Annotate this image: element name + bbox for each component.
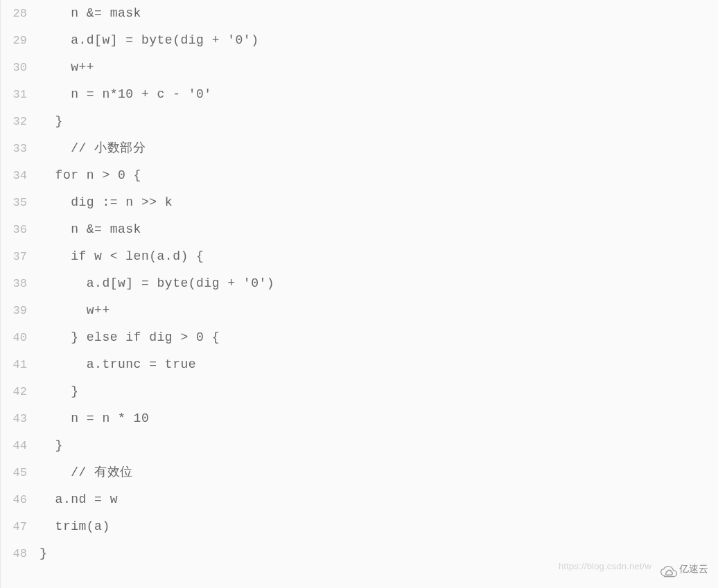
line-content: // 有效位 — [40, 459, 133, 486]
line-content: a.nd = w — [40, 486, 118, 513]
line-number: 31 — [1, 81, 40, 108]
brand-text: 亿速云 — [679, 555, 708, 582]
line-content: n &= mask — [40, 0, 141, 27]
code-line: 46 a.nd = w — [1, 486, 718, 513]
code-lines-wrapper: 28 n &= mask29 a.d[w] = byte(dig + '0')3… — [1, 0, 718, 567]
line-content: if w < len(a.d) { — [40, 243, 204, 270]
code-line: 32 } — [1, 108, 718, 135]
line-content: trim(a) — [40, 513, 110, 540]
line-number: 32 — [1, 108, 40, 135]
line-content: w++ — [40, 54, 94, 81]
line-number: 39 — [1, 297, 40, 324]
line-content: n &= mask — [40, 216, 141, 243]
code-line: 41 a.trunc = true — [1, 351, 718, 378]
code-line: 39 w++ — [1, 297, 718, 324]
line-number: 42 — [1, 378, 40, 405]
line-number: 41 — [1, 351, 40, 378]
code-line: 28 n &= mask — [1, 0, 718, 27]
code-line: 36 n &= mask — [1, 216, 718, 243]
line-number: 33 — [1, 135, 40, 162]
code-line: 31 n = n*10 + c - '0' — [1, 81, 718, 108]
line-number: 47 — [1, 513, 40, 540]
line-number: 36 — [1, 216, 40, 243]
code-line: 47 trim(a) — [1, 513, 718, 540]
line-number: 37 — [1, 243, 40, 270]
line-content: a.d[w] = byte(dig + '0') — [40, 27, 259, 54]
code-line: 38 a.d[w] = byte(dig + '0') — [1, 270, 718, 297]
cloud-icon — [660, 562, 678, 576]
line-number: 43 — [1, 405, 40, 432]
line-content: // 小数部分 — [40, 135, 146, 162]
line-number: 48 — [1, 540, 40, 567]
line-number: 44 — [1, 432, 40, 459]
line-content: for n > 0 { — [40, 162, 141, 189]
line-content: dig := n >> k — [40, 189, 173, 216]
code-line: 44 } — [1, 432, 718, 459]
line-number: 29 — [1, 27, 40, 54]
line-content: } — [40, 540, 47, 567]
watermark-url: https://blog.csdn.net/w — [559, 553, 651, 580]
line-number: 40 — [1, 324, 40, 351]
code-line: 42 } — [1, 378, 718, 405]
code-line: 37 if w < len(a.d) { — [1, 243, 718, 270]
line-number: 38 — [1, 270, 40, 297]
line-content: } — [40, 432, 63, 459]
brand-watermark: 亿速云 — [660, 555, 708, 582]
line-number: 45 — [1, 459, 40, 486]
code-line: 45 // 有效位 — [1, 459, 718, 486]
line-content: } — [40, 108, 63, 135]
code-line: 30 w++ — [1, 54, 718, 81]
line-number: 28 — [1, 0, 40, 27]
line-content: } else if dig > 0 { — [40, 324, 220, 351]
line-content: w++ — [40, 297, 110, 324]
code-block: 28 n &= mask29 a.d[w] = byte(dig + '0')3… — [0, 0, 718, 588]
line-content: n = n * 10 — [40, 405, 149, 432]
code-line: 40 } else if dig > 0 { — [1, 324, 718, 351]
line-number: 35 — [1, 189, 40, 216]
code-line: 29 a.d[w] = byte(dig + '0') — [1, 27, 718, 54]
code-line: 34 for n > 0 { — [1, 162, 718, 189]
line-number: 46 — [1, 486, 40, 513]
code-line: 33 // 小数部分 — [1, 135, 718, 162]
code-line: 35 dig := n >> k — [1, 189, 718, 216]
line-content: } — [40, 378, 79, 405]
line-content: n = n*10 + c - '0' — [40, 81, 212, 108]
line-number: 30 — [1, 54, 40, 81]
line-number: 34 — [1, 162, 40, 189]
line-content: a.trunc = true — [40, 351, 196, 378]
code-line: 43 n = n * 10 — [1, 405, 718, 432]
line-content: a.d[w] = byte(dig + '0') — [40, 270, 274, 297]
